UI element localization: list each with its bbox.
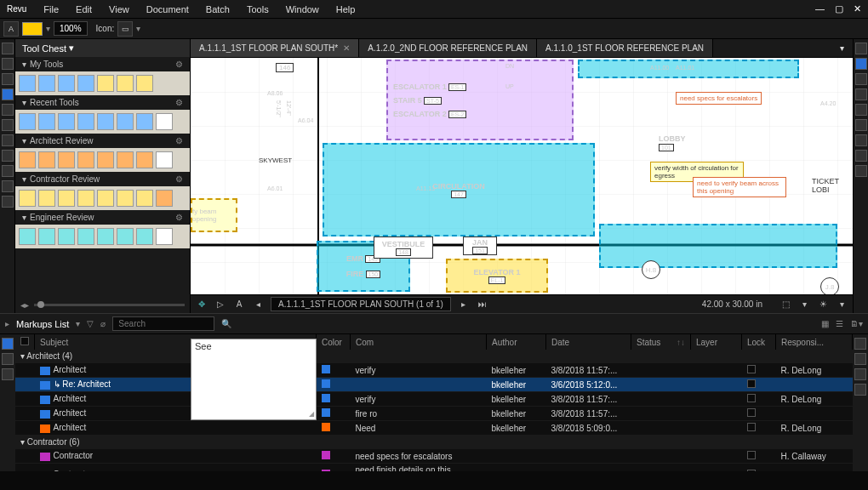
rail-forms-icon[interactable]	[2, 180, 14, 192]
last-page-icon[interactable]: ⏭	[477, 299, 488, 311]
tab-a110[interactable]: A.1.1.0_1ST FLOOR REFERENCE PLAN	[537, 39, 713, 57]
maximize-button[interactable]: ▢	[835, 3, 843, 14]
tool-item[interactable]	[136, 113, 153, 130]
col-responsibility[interactable]: Responsi...	[776, 334, 853, 350]
more-icon[interactable]: ▾	[836, 299, 848, 311]
section-architect[interactable]: ▾Architect Review⚙	[15, 134, 190, 148]
col-layer[interactable]: Layer	[691, 334, 742, 350]
gear-icon[interactable]: ⚙	[175, 98, 183, 107]
tool-item[interactable]	[156, 151, 173, 168]
ml-rail-summary-icon[interactable]	[2, 353, 14, 365]
cloud-lower-right[interactable]	[599, 224, 837, 268]
tool-item[interactable]	[97, 151, 114, 168]
col-status[interactable]: Status ↑↓	[631, 334, 691, 350]
menu-batch[interactable]: Batch	[199, 3, 237, 16]
rail-links-icon[interactable]	[2, 165, 14, 177]
tool-item[interactable]	[97, 75, 114, 92]
rail-measure-icon[interactable]	[855, 73, 867, 85]
table-row[interactable]: Contractor need specs for escalators H. …	[15, 449, 853, 464]
select-all-checkbox[interactable]	[20, 337, 29, 345]
tool-item[interactable]	[97, 228, 114, 245]
section-engineer[interactable]: ▾Engineer Review⚙	[15, 210, 190, 225]
rail-layers-icon[interactable]	[2, 134, 14, 146]
rail-search-icon[interactable]	[2, 119, 14, 131]
tool-item[interactable]	[77, 228, 94, 245]
callout-beam-opening[interactable]: fy beam opening	[191, 198, 237, 232]
tool-item[interactable]	[38, 228, 55, 245]
col-author[interactable]: Author	[487, 334, 546, 350]
gear-icon[interactable]: ⚙	[175, 136, 183, 145]
text-select-icon[interactable]: A	[233, 299, 245, 311]
cloud-escalators[interactable]: ESCALATOR 1 ES-1 STAIR 5 ST-5 ESCALATOR …	[386, 60, 574, 140]
tool-item[interactable]	[77, 190, 94, 207]
tab-a111[interactable]: A.1.1.1_1ST FLOOR PLAN SOUTH*✕	[191, 39, 359, 57]
menu-window[interactable]: Window	[279, 3, 326, 16]
tool-item[interactable]	[97, 113, 114, 130]
rail-capture-icon[interactable]	[855, 88, 867, 100]
tool-item[interactable]	[117, 190, 134, 207]
col-date[interactable]: Date	[546, 334, 631, 350]
ml-rail-r1-icon[interactable]	[854, 338, 866, 350]
tool-item[interactable]	[19, 113, 36, 130]
table-row[interactable]: Contractor need finish details on this s…	[15, 464, 853, 472]
gear-icon[interactable]: ⚙	[175, 174, 183, 184]
tool-item[interactable]	[38, 75, 55, 92]
menu-edit[interactable]: Edit	[69, 3, 99, 16]
section-contractor[interactable]: ▾Contractor Review⚙	[15, 172, 190, 186]
prev-page-icon[interactable]: ◂	[252, 299, 264, 311]
tab-a120[interactable]: A.1.2.0_2ND FLOOR REFERENCE PLAN	[359, 39, 537, 57]
tool-item[interactable]	[38, 113, 55, 130]
tool-item[interactable]	[38, 190, 55, 207]
brightness-icon[interactable]: ☀	[817, 299, 829, 311]
fit-icon[interactable]: ⬚	[779, 299, 791, 311]
list-icon[interactable]: ☰	[836, 319, 843, 328]
rail-studio-icon[interactable]	[855, 43, 867, 54]
icon-picker[interactable]: ▭	[117, 21, 133, 37]
table-row[interactable]: Architect verify bkelleher 3/8/2018 11:5…	[15, 363, 853, 378]
tab-overflow-icon[interactable]: ▾	[831, 39, 853, 57]
tool-item[interactable]	[156, 113, 173, 130]
tool-item[interactable]	[136, 190, 153, 207]
room-elevator[interactable]: ELEVATOR 1EL-1	[446, 259, 548, 293]
tool-item[interactable]	[38, 151, 55, 168]
rail-signatures2-icon[interactable]	[855, 165, 867, 177]
tool-item[interactable]	[136, 75, 153, 92]
menu-document[interactable]: Document	[140, 3, 196, 16]
rail-file-icon[interactable]	[2, 43, 14, 54]
tool-item[interactable]	[117, 228, 134, 245]
ml-rail-dashboard-icon[interactable]	[2, 368, 14, 380]
tool-item[interactable]	[19, 228, 36, 245]
tool-item[interactable]	[58, 151, 75, 168]
rail-bookmarks-icon[interactable]	[2, 73, 14, 85]
tool-item[interactable]	[97, 190, 114, 207]
zoom-field[interactable]: 100%	[54, 21, 88, 36]
rail-links2-icon[interactable]	[855, 150, 867, 162]
fill-color-swatch[interactable]	[22, 22, 43, 36]
export-icon[interactable]: 🗎▾	[850, 319, 863, 328]
gear-icon[interactable]: ⚙	[175, 213, 183, 222]
cloud-circulation[interactable]: CIRCULATION 147	[323, 143, 595, 236]
tool-size-slider[interactable]: ◂▸	[15, 297, 190, 313]
col-color[interactable]: Color	[317, 334, 351, 350]
rail-toolchest-icon[interactable]	[2, 88, 14, 100]
gear-icon[interactable]: ⚙	[175, 60, 183, 69]
pan-icon[interactable]: ✥	[196, 299, 208, 311]
tool-item[interactable]	[77, 113, 94, 130]
tool-item[interactable]	[58, 190, 75, 207]
comment-popup[interactable]: See ◢	[191, 339, 317, 420]
rail-signatures-icon[interactable]	[2, 196, 14, 208]
table-group-row[interactable]: ▾ Architect (4)	[15, 350, 853, 363]
rail-properties2-icon[interactable]	[855, 58, 867, 70]
tool-item[interactable]	[19, 190, 36, 207]
rail-3d-icon[interactable]	[855, 104, 867, 116]
hide-icon[interactable]: ⌀	[100, 319, 106, 328]
ml-rail-r2-icon[interactable]	[854, 353, 866, 365]
callout-escalators[interactable]: need specs for escalators	[676, 92, 762, 105]
drawing-canvas[interactable]: 146 SKYWEST A8.06 A6.01 12'-4" 5'-1/2" E…	[191, 58, 853, 294]
tool-item[interactable]	[117, 113, 134, 130]
col-comments[interactable]: Com	[351, 334, 487, 350]
rail-thumbnails-icon[interactable]	[2, 58, 14, 70]
tool-item[interactable]	[19, 75, 36, 92]
tool-item[interactable]	[58, 228, 75, 245]
split-icon[interactable]: ▾	[798, 299, 810, 311]
